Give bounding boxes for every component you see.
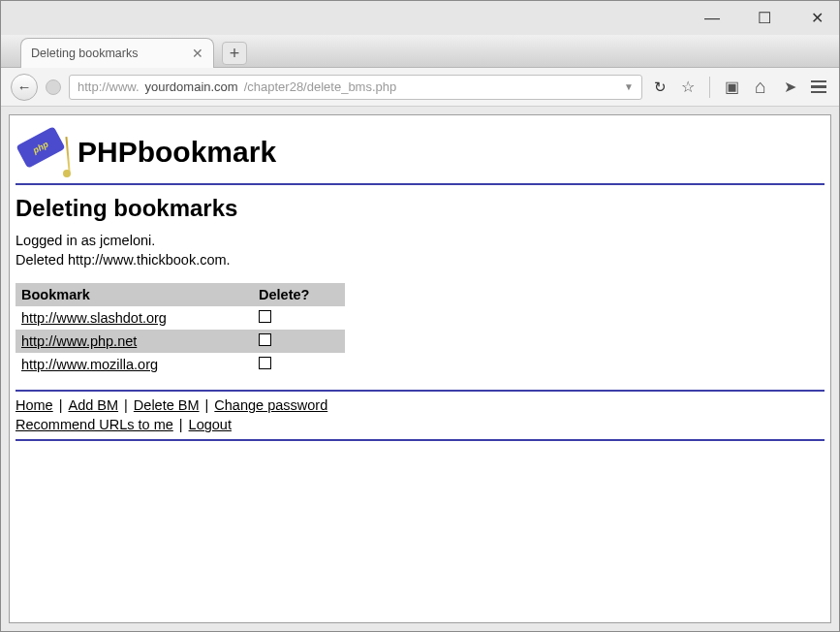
nav-change-pw[interactable]: Change password xyxy=(214,397,327,413)
window-close-button[interactable]: ✕ xyxy=(800,5,833,32)
window-titlebar: — ☐ ✕ xyxy=(1,1,839,35)
page-viewport: php PHPbookmark Deleting bookmarks Logge… xyxy=(9,114,831,623)
url-dropdown-icon[interactable]: ▼ xyxy=(624,81,634,92)
reload-button[interactable]: ↻ xyxy=(650,78,669,97)
bookmark-table: Bookmark Delete? http://www.slashdot.org… xyxy=(16,283,345,376)
reading-list-icon[interactable]: ▣ xyxy=(721,77,742,98)
hamburger-icon xyxy=(811,80,826,94)
send-icon[interactable]: ➤ xyxy=(779,77,800,98)
back-button[interactable]: ← xyxy=(11,74,38,101)
header-rule xyxy=(16,183,824,185)
tab-strip: Deleting bookmarks ✕ + xyxy=(1,35,839,68)
table-header-row: Bookmark Delete? xyxy=(16,283,345,306)
delete-checkbox[interactable] xyxy=(259,310,271,323)
tab-title: Deleting bookmarks xyxy=(31,47,138,60)
url-input[interactable]: http://www.yourdomain.com/chapter28/dele… xyxy=(69,75,642,100)
toolbar-separator xyxy=(709,77,710,98)
site-header: php PHPbookmark xyxy=(17,127,824,177)
footer-rule-bottom xyxy=(16,439,824,441)
table-row: http://www.slashdot.org xyxy=(16,306,345,330)
logo-icon: php xyxy=(17,127,72,177)
deleted-text: Deleted http://www.thickbook.com. xyxy=(16,251,824,270)
bookmark-star-icon[interactable]: ☆ xyxy=(677,77,699,98)
bookmark-link[interactable]: http://www.mozilla.org xyxy=(21,357,158,372)
delete-checkbox[interactable] xyxy=(259,333,271,346)
bookmark-link[interactable]: http://www.php.net xyxy=(21,333,137,349)
site-identity-icon[interactable] xyxy=(46,79,61,95)
table-row: http://www.mozilla.org xyxy=(16,353,345,376)
nav-logout[interactable]: Logout xyxy=(189,417,232,432)
window-maximize-button[interactable]: ☐ xyxy=(748,5,781,32)
col-header-bookmark: Bookmark xyxy=(16,283,253,306)
delete-checkbox[interactable] xyxy=(259,357,271,369)
content-wrap: php PHPbookmark Deleting bookmarks Logge… xyxy=(1,107,839,631)
nav-sep: | xyxy=(173,417,189,432)
nav-add-bm[interactable]: Add BM xyxy=(68,397,118,413)
browser-tab[interactable]: Deleting bookmarks ✕ xyxy=(20,38,214,68)
browser-window: — ☐ ✕ Deleting bookmarks ✕ + ← http://ww… xyxy=(0,0,840,632)
nav-recommend[interactable]: Recommend URLs to me xyxy=(16,417,173,432)
url-path: /chapter28/delete_bms.php xyxy=(244,79,397,94)
bookmark-link[interactable]: http://www.slashdot.org xyxy=(21,310,167,326)
address-bar: ← http://www.yourdomain.com/chapter28/de… xyxy=(1,68,839,107)
col-header-delete: Delete? xyxy=(253,283,345,306)
menu-button[interactable] xyxy=(808,77,829,98)
nav-home[interactable]: Home xyxy=(16,397,53,413)
url-prefix: http://www. xyxy=(78,79,140,94)
tab-close-icon[interactable]: ✕ xyxy=(192,46,203,61)
logo-string xyxy=(62,137,72,175)
nav-sep: | xyxy=(53,397,69,413)
status-block: Logged in as jcmeloni. Deleted http://ww… xyxy=(16,232,824,269)
footer-rule-top xyxy=(16,390,824,392)
new-tab-button[interactable]: + xyxy=(222,42,247,65)
logged-in-text: Logged in as jcmeloni. xyxy=(16,232,824,251)
nav-sep: | xyxy=(118,397,134,413)
home-icon[interactable]: ⌂ xyxy=(750,77,771,98)
logo-tag: php xyxy=(16,126,65,169)
logo-text: PHPbookmark xyxy=(78,136,276,169)
window-minimize-button[interactable]: — xyxy=(696,5,729,32)
nav-sep: | xyxy=(200,397,215,413)
nav-delete-bm[interactable]: Delete BM xyxy=(134,397,200,413)
table-row: http://www.php.net xyxy=(16,330,345,353)
page-title: Deleting bookmarks xyxy=(16,195,824,222)
footer-nav: Home|Add BM|Delete BM|Change password Re… xyxy=(16,395,824,435)
url-domain: yourdomain.com xyxy=(145,79,238,94)
